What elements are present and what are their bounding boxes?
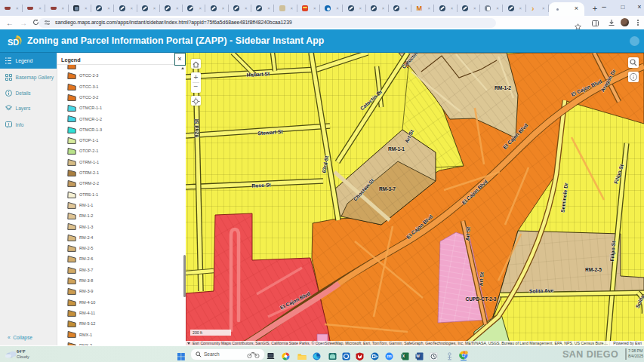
svg-text:Filipo St: Filipo St: [609, 241, 617, 262]
svg-text:W: W: [416, 354, 420, 358]
svg-text:Choctaw St: Choctaw St: [353, 177, 375, 202]
svg-text:CUPD-CT-2-3: CUPD-CT-2-3: [465, 296, 496, 302]
svg-text:RM-1-2: RM-1-2: [495, 85, 511, 90]
svg-text:Catoctin: Catoctin: [401, 53, 418, 69]
svg-text:El Cajon Blvd: El Cajon Blvd: [461, 179, 488, 206]
svg-text:El Cajon Blvd: El Cajon Blvd: [570, 78, 602, 98]
svg-text:62nd St: 62nd St: [194, 118, 199, 137]
svg-text:Stewart St: Stewart St: [257, 129, 283, 136]
svg-text:RM-3-7: RM-3-7: [379, 186, 396, 192]
svg-text:Seminole Dr: Seminole Dr: [560, 182, 569, 213]
svg-text:Filipo St: Filipo St: [613, 163, 625, 185]
svg-text:RM-1-1: RM-1-1: [388, 146, 405, 152]
svg-text:El Cajon Blvd: El Cajon Blvd: [502, 122, 529, 150]
svg-text:RM-2-5: RM-2-5: [585, 267, 602, 272]
svg-text:Catoctin Dr: Catoctin Dr: [359, 89, 384, 112]
svg-text:63rd St: 63rd St: [321, 155, 329, 173]
svg-text:El Cajon Blvd: El Cajon Blvd: [405, 213, 434, 240]
svg-text:Art St: Art St: [404, 128, 414, 143]
svg-text:zm: zm: [387, 354, 391, 358]
svg-text:SD: SD: [8, 38, 19, 47]
svg-text:Art St: Art St: [464, 226, 471, 241]
svg-text:Solita Ave: Solita Ave: [529, 287, 554, 293]
svg-text:Solita: Solita: [634, 294, 644, 309]
svg-text:Hobart St: Hobart St: [247, 71, 271, 78]
svg-text:Art St: Art St: [478, 272, 485, 287]
svg-text:El Cajon Blvd: El Cajon Blvd: [279, 290, 312, 311]
svg-text:X: X: [402, 354, 405, 358]
svg-text:Rose St: Rose St: [251, 182, 271, 188]
svg-text:Aragon Dr: Aragon Dr: [599, 68, 618, 93]
